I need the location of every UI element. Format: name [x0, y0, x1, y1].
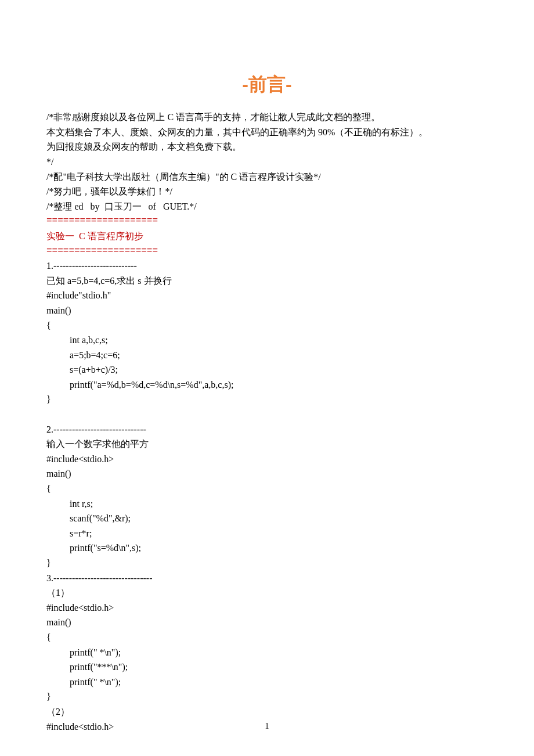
code-line: }	[46, 689, 488, 704]
intro-line: */	[46, 154, 488, 170]
intro-line: /*努力吧，骚年以及学妹们！*/	[46, 184, 488, 199]
intro-line: /*整理 ed by 口玉刀一 of GUET.*/	[46, 199, 488, 214]
subsection-label: （2）	[46, 704, 488, 719]
intro-line: /*配"电子科技大学出版社（周信东主编）"的 C 语言程序设计实验*/	[46, 170, 488, 185]
blank-line	[46, 407, 488, 422]
exercise-1: 1.--------------------------- 已知 a=5,b=4…	[46, 258, 488, 407]
intro-line: /*非常感谢度娘以及各位网上 C 语言高手的支持，才能让敝人完成此文档的整理。	[46, 110, 488, 125]
exercise-description: 输入一个数字求他的平方	[46, 437, 488, 452]
code-line: main()	[46, 303, 488, 318]
exercise-number: 2.------------------------------	[46, 422, 488, 437]
code-line: main()	[46, 466, 488, 481]
code-line: {	[46, 318, 488, 333]
code-line: a=5;b=4;c=6;	[46, 348, 488, 363]
intro-paragraph: /*非常感谢度娘以及各位网上 C 语言高手的支持，才能让敝人完成此文档的整理。 …	[46, 110, 488, 214]
code-line: }	[46, 556, 488, 571]
page-number: 1	[0, 720, 534, 733]
document-title: -前言-	[46, 70, 488, 99]
code-line: s=r*r;	[46, 526, 488, 541]
code-line: {	[46, 630, 488, 645]
code-line: s=(a+b+c)/3;	[46, 362, 488, 377]
subsection-label: （1）	[46, 585, 488, 600]
separator-bottom: ====================	[46, 244, 488, 259]
code-line: #include<stdio.h>	[46, 452, 488, 467]
code-line: int r,s;	[46, 496, 488, 512]
code-line: printf("s=%d\n",s);	[46, 541, 488, 556]
code-line: printf(" *\n");	[46, 675, 488, 690]
code-line: }	[46, 392, 488, 407]
intro-line: 为回报度娘及众网友的帮助，本文档免费下载。	[46, 139, 488, 154]
code-line: printf("***\n");	[46, 660, 488, 675]
code-line: #include<stdio.h>	[46, 600, 488, 615]
code-line: scanf("%d",&r);	[46, 511, 488, 526]
exercise-3: 3.-------------------------------- （1） #…	[46, 571, 488, 735]
exercise-description: 已知 a=5,b=4,c=6,求出 s 并换行	[46, 273, 488, 289]
code-line: {	[46, 481, 488, 496]
code-line: printf("a=%d,b=%d,c=%d\n,s=%d",a,b,c,s);	[46, 377, 488, 393]
code-line: int a,b,c,s;	[46, 333, 488, 348]
exercise-number: 3.--------------------------------	[46, 571, 488, 586]
code-line: printf(" *\n");	[46, 645, 488, 660]
exercise-2: 2.------------------------------ 输入一个数字求…	[46, 422, 488, 571]
separator-top: ====================	[46, 214, 488, 229]
code-line: main()	[46, 615, 488, 630]
intro-line: 本文档集合了本人、度娘、众网友的力量，其中代码的正确率约为 90%（不正确的有标…	[46, 125, 488, 140]
exercise-number: 1.---------------------------	[46, 258, 488, 273]
code-line: #include"stdio.h"	[46, 288, 488, 303]
section-heading: 实验一 C 语言程序初步	[46, 229, 488, 244]
